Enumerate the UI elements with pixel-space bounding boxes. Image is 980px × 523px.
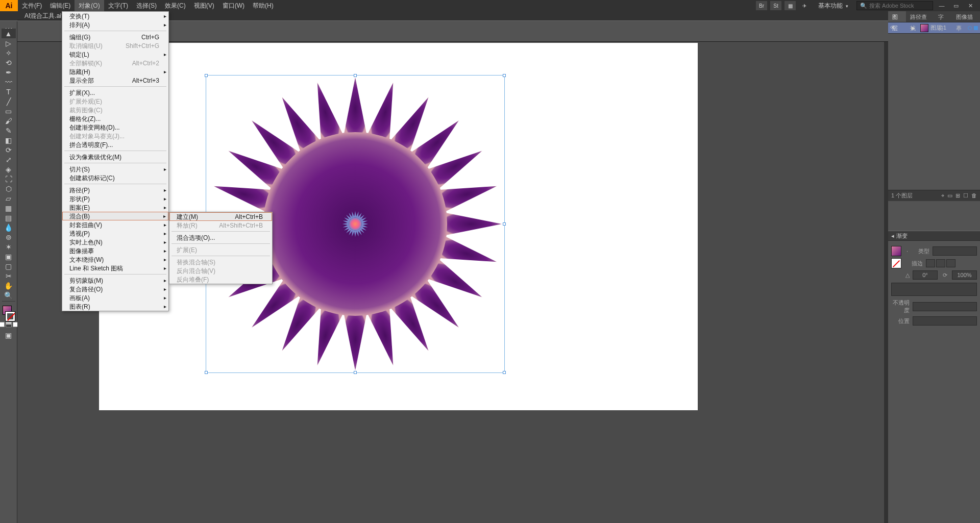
- ratio-input[interactable]: 100%: [952, 270, 977, 280]
- tab-character[interactable]: 字符: [934, 11, 952, 22]
- tool-hand[interactable]: ✋: [2, 281, 16, 290]
- menu-item[interactable]: 混合(B): [62, 212, 168, 220]
- menu-item[interactable]: 复合路径(O): [62, 285, 168, 293]
- menu-item[interactable]: 栅格化(Z)...: [62, 114, 168, 123]
- tool-brush[interactable]: 🖌: [2, 116, 16, 126]
- tool-line[interactable]: ╱: [2, 96, 16, 106]
- angle-input[interactable]: 0°: [913, 270, 938, 280]
- menu-select[interactable]: 选择(S): [132, 0, 161, 11]
- menu-item[interactable]: 实时上色(N): [62, 238, 168, 246]
- search-input[interactable]: 🔍 搜索 Adobe Stock: [856, 1, 933, 10]
- toolbox-grip[interactable]: ⋯: [2, 23, 16, 29]
- tool-slice[interactable]: ✂: [2, 271, 16, 281]
- fill-stroke-swatch[interactable]: [2, 306, 16, 321]
- tool-artboard[interactable]: ▢: [2, 261, 16, 271]
- menu-view[interactable]: 视图(V): [190, 0, 218, 11]
- layer-row[interactable]: 👁 ▶ 图层 1: [888, 22, 980, 34]
- tool-direct-select[interactable]: ▷: [2, 38, 16, 48]
- stroke-mode-1[interactable]: [926, 259, 935, 267]
- minimize-button[interactable]: —: [936, 2, 947, 10]
- menu-item[interactable]: 文本绕排(W): [62, 255, 168, 264]
- menu-item[interactable]: 图像描摹: [62, 246, 168, 255]
- tool-blend[interactable]: ⊚: [2, 232, 16, 242]
- blend-submenu[interactable]: 建立(M)Alt+Ctrl+B释放(R)Alt+Shift+Ctrl+B混合选项…: [169, 212, 273, 284]
- menu-effect[interactable]: 效果(C): [161, 0, 190, 11]
- new-layer-icon[interactable]: ☐: [963, 192, 968, 199]
- tab-image-trace[interactable]: 图像描摹: [952, 11, 980, 22]
- bridge-icon[interactable]: Br: [756, 1, 767, 10]
- visibility-icon[interactable]: 👁: [890, 24, 897, 32]
- close-button[interactable]: ✕: [965, 2, 976, 10]
- menu-item[interactable]: 切片(S): [62, 165, 168, 173]
- menu-item[interactable]: 扩展(X)...: [62, 88, 168, 97]
- tab-layers[interactable]: 图层: [888, 11, 906, 22]
- tool-eyedropper[interactable]: 💧: [2, 222, 16, 232]
- tool-lasso[interactable]: ⟲: [2, 58, 16, 67]
- menu-item[interactable]: 显示全部Alt+Ctrl+3: [62, 76, 168, 85]
- stroke-swatch[interactable]: [6, 312, 15, 321]
- locate-icon[interactable]: ⌖: [941, 192, 944, 199]
- menu-object[interactable]: 对象(O): [75, 0, 104, 11]
- stock-icon[interactable]: St: [770, 1, 781, 10]
- tool-mesh[interactable]: ▦: [2, 203, 16, 213]
- tool-rotate[interactable]: ⟳: [2, 145, 16, 155]
- menu-item[interactable]: 路径(P): [62, 186, 168, 194]
- menu-item[interactable]: 封套扭曲(V): [62, 220, 168, 229]
- menu-item[interactable]: 设为像素级优化(M): [62, 153, 168, 161]
- expand-icon[interactable]: ▶: [912, 26, 915, 31]
- tool-symbol-sprayer[interactable]: ✶: [2, 242, 16, 252]
- new-sublayer-icon[interactable]: ⊞: [955, 192, 960, 199]
- tool-eraser[interactable]: ◧: [2, 135, 16, 145]
- position-input[interactable]: [913, 316, 977, 326]
- menu-item[interactable]: 透视(P): [62, 229, 168, 238]
- color-mode-btn[interactable]: [0, 322, 5, 327]
- tool-type[interactable]: T: [2, 87, 16, 96]
- target-icon[interactable]: [968, 26, 972, 30]
- menu-item[interactable]: 剪切蒙版(M): [62, 276, 168, 285]
- tool-scale[interactable]: ⤢: [2, 155, 16, 164]
- arrange-docs-icon[interactable]: ▦: [785, 1, 796, 10]
- gradient-panel-header[interactable]: ◂ 渐变: [888, 231, 980, 241]
- menu-edit[interactable]: 编辑(E): [46, 0, 75, 11]
- menu-type[interactable]: 文字(T): [104, 0, 132, 11]
- gradient-mode-btn[interactable]: [6, 322, 12, 327]
- tool-free-transform[interactable]: ⛶: [2, 174, 16, 184]
- delete-layer-icon[interactable]: 🗑: [971, 192, 977, 199]
- submenu-item[interactable]: 混合选项(O)...: [169, 233, 272, 242]
- tool-zoom[interactable]: 🔍: [2, 290, 16, 300]
- type-dropdown[interactable]: [933, 246, 977, 256]
- menu-window[interactable]: 窗口(W): [218, 0, 249, 11]
- tool-graph[interactable]: ▣: [2, 252, 16, 261]
- tool-pen[interactable]: ✒: [2, 67, 16, 77]
- tool-perspective[interactable]: ▱: [2, 193, 16, 203]
- menu-item[interactable]: 排列(A): [62, 20, 168, 29]
- object-menu-dropdown[interactable]: 变换(T)排列(A)编组(G)Ctrl+G取消编组(U)Shift+Ctrl+G…: [62, 11, 169, 311]
- menu-item[interactable]: 创建裁切标记(C): [62, 173, 168, 182]
- menu-file[interactable]: 文件(F): [18, 0, 46, 11]
- menu-item[interactable]: 变换(T): [62, 12, 168, 20]
- gradient-preview[interactable]: [891, 246, 901, 256]
- screen-mode[interactable]: ▣: [2, 330, 16, 340]
- menu-item[interactable]: 拼合透明度(F)...: [62, 140, 168, 149]
- layer-name[interactable]: 图层 1: [930, 24, 946, 32]
- menu-item[interactable]: 图案(E): [62, 203, 168, 212]
- gradient-bar[interactable]: [891, 283, 977, 296]
- menu-item[interactable]: 锁定(L): [62, 50, 168, 59]
- menu-item[interactable]: 图表(R): [62, 302, 168, 311]
- gradient-none[interactable]: [891, 258, 901, 268]
- gpu-icon[interactable]: ✈: [799, 1, 810, 10]
- workspace-switcher[interactable]: 基本功能: [813, 1, 853, 11]
- menu-item[interactable]: Line 和 Sketch 图稿: [62, 264, 168, 272]
- tool-shaper[interactable]: ✎: [2, 126, 16, 135]
- menu-item[interactable]: 画板(A): [62, 293, 168, 302]
- make-clipmask-icon[interactable]: ▭: [947, 192, 952, 199]
- stroke-mode-2[interactable]: [936, 259, 945, 267]
- stroke-mode-3[interactable]: [946, 259, 955, 267]
- tool-gradient[interactable]: ▤: [2, 213, 16, 222]
- menu-help[interactable]: 帮助(H): [249, 0, 278, 11]
- menu-item[interactable]: 隐藏(H): [62, 67, 168, 76]
- maximize-button[interactable]: ▭: [950, 2, 962, 10]
- tool-rectangle[interactable]: ▭: [2, 106, 16, 116]
- tool-magic-wand[interactable]: ✧: [2, 48, 16, 58]
- menu-item[interactable]: 编组(G)Ctrl+G: [62, 33, 168, 41]
